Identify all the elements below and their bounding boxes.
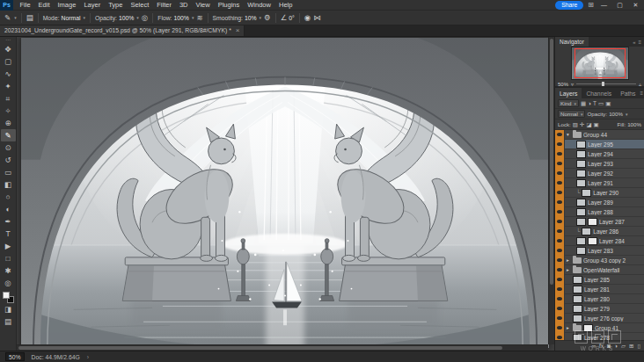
flow-dropdown[interactable]: Flow: 100% ▾ — [157, 15, 194, 21]
adjustment-layer-icon[interactable]: ◑ — [614, 343, 618, 349]
visibility-toggle[interactable] — [555, 130, 565, 140]
tab-channels[interactable]: Channels — [582, 88, 616, 98]
layer-blend-mode-dropdown[interactable]: Normal ▾ — [558, 110, 585, 118]
hand-tool[interactable]: ✱ — [1, 264, 16, 277]
symmetry-icon[interactable]: ⋈ — [313, 13, 321, 22]
group-caret[interactable]: ▸ — [567, 257, 571, 263]
brush-tool[interactable]: ✎ — [1, 129, 16, 141]
move-tool[interactable]: ✥ — [1, 43, 16, 55]
lock-image-icon[interactable]: ◪ — [586, 121, 591, 128]
menu-edit[interactable]: Edit — [34, 0, 54, 11]
layer-thumbnail[interactable] — [573, 276, 582, 284]
blend-mode-dropdown[interactable]: Mode: Normal ▾ — [43, 15, 85, 21]
zoom-level-field[interactable]: 50% — [5, 352, 25, 361]
visibility-toggle[interactable] — [555, 178, 565, 188]
layer-thumbnail[interactable] — [582, 228, 591, 235]
layer-thumbnail[interactable] — [576, 179, 586, 187]
zoom-out-icon[interactable]: ▿ — [571, 81, 574, 87]
visibility-toggle[interactable] — [555, 149, 565, 159]
quick-selection-tool[interactable]: ✦ — [1, 80, 16, 92]
vertical-scrollbar[interactable] — [548, 37, 554, 344]
group-caret[interactable]: ▸ — [567, 325, 571, 330]
crop-tool[interactable]: ⌗ — [1, 92, 16, 105]
new-layer-icon[interactable]: ⊞ — [629, 343, 633, 350]
zoom-in-icon[interactable]: ▵ — [639, 81, 641, 87]
tab-close-icon[interactable]: × — [236, 26, 240, 34]
document-tab[interactable]: 20231004_UndergroundGate_record_v015.psd… — [0, 25, 245, 36]
visibility-toggle[interactable] — [555, 207, 565, 217]
layer-row[interactable]: Layer 287 — [555, 217, 644, 227]
menu-3d[interactable]: 3D — [175, 0, 192, 11]
navigator-zoom-value[interactable]: 50% — [558, 82, 568, 87]
visibility-toggle[interactable] — [555, 275, 565, 285]
visibility-toggle[interactable] — [555, 256, 565, 265]
dodge-tool[interactable]: ◐ — [1, 203, 16, 215]
shape-tool[interactable]: □ — [1, 252, 16, 264]
panel-menu-icon[interactable]: ≡ — [638, 40, 641, 45]
gradient-tool[interactable]: ◧ — [1, 178, 16, 191]
path-selection-tool[interactable]: ▶ — [1, 240, 16, 252]
filter-smart-objects-icon[interactable]: ▣ — [605, 100, 611, 107]
visibility-toggle[interactable] — [555, 333, 565, 341]
eyedropper-tool[interactable]: ✧ — [1, 105, 16, 117]
layer-row[interactable]: Layer 281 — [555, 285, 644, 294]
layer-effects-icon[interactable]: fx — [599, 343, 604, 349]
group-row[interactable]: ▸OpenWaterfall — [555, 265, 644, 275]
horizontal-scrollbar[interactable] — [17, 344, 548, 351]
layer-thumbnail[interactable] — [573, 305, 582, 313]
eraser-tool[interactable]: ▭ — [1, 166, 16, 178]
fill-value[interactable]: 100% — [627, 121, 641, 127]
layer-row[interactable]: Layer 295 — [555, 140, 644, 149]
menu-view[interactable]: View — [192, 0, 214, 11]
menu-layer[interactable]: Layer — [80, 0, 105, 11]
layer-row[interactable]: Layer 283 — [555, 246, 644, 256]
opacity-dropdown[interactable]: Opacity: 100% ▾ — [95, 15, 139, 21]
layer-thumbnail[interactable] — [582, 189, 591, 197]
brush-settings-panel-icon[interactable]: ▤ — [26, 13, 33, 22]
menu-plugins[interactable]: Plugins — [214, 0, 244, 11]
brush-angle-field[interactable]: ∠ 0° — [281, 13, 295, 22]
visibility-toggle[interactable] — [555, 294, 565, 304]
layer-thumbnail[interactable] — [576, 141, 586, 148]
menu-filter[interactable]: Filter — [153, 0, 176, 11]
menu-image[interactable]: Image — [54, 0, 80, 11]
layer-row[interactable]: └Layer 286 — [555, 227, 644, 236]
visibility-toggle[interactable] — [555, 188, 565, 198]
tab-paths[interactable]: Paths — [616, 88, 640, 98]
pen-tool[interactable]: ✒ — [1, 215, 16, 228]
layer-row[interactable]: Layer 280 — [555, 294, 644, 304]
panel-menu-icon[interactable]: ≡ — [640, 90, 644, 96]
visibility-toggle[interactable] — [555, 246, 565, 256]
visibility-toggle[interactable] — [555, 265, 565, 275]
quick-mask-icon[interactable]: ◨ — [1, 303, 16, 315]
kind-filter-dropdown[interactable]: Kind ▾ — [558, 99, 579, 107]
blur-tool[interactable]: ○ — [1, 191, 16, 203]
menu-select[interactable]: Select — [127, 0, 153, 11]
visibility-toggle[interactable] — [555, 314, 565, 323]
layer-mask-thumbnail[interactable] — [588, 237, 597, 245]
navigator-proxy-view-box[interactable] — [574, 48, 626, 78]
canvas-area[interactable] — [17, 37, 554, 351]
lock-all-icon[interactable]: ▣ — [594, 121, 599, 128]
visibility-toggle[interactable] — [555, 140, 565, 149]
visibility-toggle[interactable] — [555, 159, 565, 169]
document-canvas[interactable] — [21, 38, 549, 348]
navigator-thumbnail[interactable] — [572, 47, 628, 79]
layer-row[interactable]: Layer 289 — [555, 198, 644, 207]
layer-thumbnail[interactable] — [576, 199, 586, 206]
pressure-opacity-icon[interactable]: ◎ — [142, 13, 148, 22]
layer-thumbnail[interactable] — [573, 334, 582, 341]
layer-row[interactable]: Layer 279 — [555, 304, 644, 314]
maximize-button[interactable]: ▢ — [614, 2, 626, 9]
close-button[interactable]: ✕ — [630, 2, 641, 9]
status-expander-icon[interactable]: › — [87, 354, 89, 360]
layer-row[interactable]: Layer 285 — [555, 275, 644, 285]
foreground-color-swatch[interactable] — [3, 292, 10, 299]
zoom-tool[interactable]: ◎ — [1, 277, 16, 289]
visibility-toggle[interactable] — [555, 236, 565, 246]
new-group-icon[interactable]: ▱ — [621, 343, 626, 350]
group-row[interactable]: ▾Group 44 — [555, 130, 644, 140]
pressure-size-icon[interactable]: ◉ — [304, 13, 311, 22]
visibility-toggle[interactable] — [555, 217, 565, 227]
layer-thumbnail[interactable] — [576, 150, 586, 158]
